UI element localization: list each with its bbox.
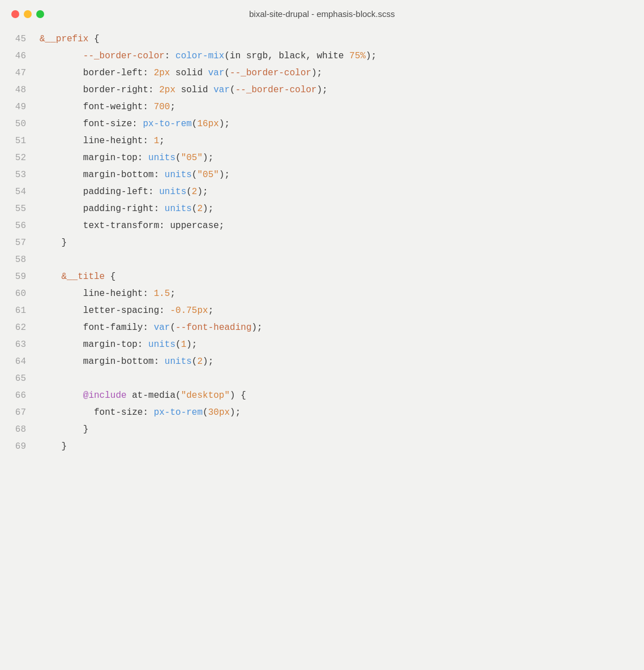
line-content: margin-top: units("05"); <box>40 153 213 163</box>
code-line: 58 <box>0 254 644 271</box>
close-button[interactable] <box>11 10 19 18</box>
line-number: 67 <box>0 407 40 418</box>
line-content: --_border-color: color-mix(in srgb, blac… <box>40 51 376 61</box>
code-line: 57 } <box>0 237 644 254</box>
line-content: letter-spacing: -0.75px; <box>40 306 213 316</box>
line-number: 68 <box>0 424 40 435</box>
line-content: padding-left: units(2); <box>40 187 208 197</box>
line-number: 56 <box>0 221 40 231</box>
code-line: 55 padding-right: units(2); <box>0 203 644 220</box>
line-content: } <box>40 441 67 452</box>
line-content: text-transform: uppercase; <box>40 221 224 231</box>
code-line: 54 padding-left: units(2); <box>0 186 644 203</box>
maximize-button[interactable] <box>36 10 44 18</box>
line-number: 69 <box>0 441 40 452</box>
code-line: 67 font-size: px-to-rem(30px); <box>0 407 644 424</box>
code-line: 45&__prefix { <box>0 33 644 50</box>
code-line: 60 line-height: 1.5; <box>0 288 644 305</box>
line-content: &__prefix { <box>40 34 100 44</box>
line-content: font-size: px-to-rem(30px); <box>40 407 241 418</box>
code-line: 51 line-height: 1; <box>0 135 644 152</box>
line-number: 50 <box>0 119 40 129</box>
code-line: 47 border-left: 2px solid var(--_border-… <box>0 67 644 84</box>
line-number: 58 <box>0 255 40 265</box>
line-number: 48 <box>0 85 40 95</box>
code-line: 48 border-right: 2px solid var(--_border… <box>0 84 644 101</box>
line-number: 57 <box>0 238 40 248</box>
code-line: 61 letter-spacing: -0.75px; <box>0 305 644 322</box>
code-editor: 45&__prefix {46 --_border-color: color-m… <box>0 28 644 463</box>
line-number: 51 <box>0 136 40 146</box>
line-content: margin-bottom: units(2); <box>40 357 213 367</box>
line-content: font-weight: 700; <box>40 102 175 112</box>
line-content: font-size: px-to-rem(16px); <box>40 119 230 129</box>
window: bixal-site-drupal - emphasis-block.scss … <box>0 0 644 463</box>
title-bar: bixal-site-drupal - emphasis-block.scss <box>0 0 644 28</box>
window-controls <box>11 10 44 18</box>
line-content: } <box>40 238 67 248</box>
code-line: 69 } <box>0 441 644 458</box>
line-content: @include at-media("desktop") { <box>40 390 246 401</box>
line-content: border-left: 2px solid var(--_border-col… <box>40 68 322 78</box>
code-line: 49 font-weight: 700; <box>0 101 644 118</box>
line-content: line-height: 1.5; <box>40 289 175 299</box>
line-number: 64 <box>0 357 40 367</box>
code-line: 53 margin-bottom: units("05"); <box>0 169 644 186</box>
code-line: 68 } <box>0 424 644 441</box>
line-number: 45 <box>0 34 40 44</box>
line-number: 63 <box>0 340 40 350</box>
minimize-button[interactable] <box>24 10 32 18</box>
line-number: 60 <box>0 289 40 299</box>
line-number: 47 <box>0 68 40 78</box>
line-number: 62 <box>0 323 40 333</box>
line-number: 53 <box>0 170 40 180</box>
line-content: margin-top: units(1); <box>40 340 197 350</box>
code-line: 50 font-size: px-to-rem(16px); <box>0 118 644 135</box>
line-content: font-family: var(--font-heading); <box>40 323 263 333</box>
line-content: border-right: 2px solid var(--_border-co… <box>40 85 328 95</box>
line-content: padding-right: units(2); <box>40 204 213 214</box>
code-line: 66 @include at-media("desktop") { <box>0 390 644 407</box>
code-line: 63 margin-top: units(1); <box>0 339 644 356</box>
line-number: 59 <box>0 272 40 282</box>
line-content: &__title { <box>40 272 115 282</box>
line-number: 49 <box>0 102 40 112</box>
line-content: margin-bottom: units("05"); <box>40 170 230 180</box>
line-content: line-height: 1; <box>40 136 165 146</box>
code-line: 46 --_border-color: color-mix(in srgb, b… <box>0 50 644 67</box>
code-line: 62 font-family: var(--font-heading); <box>0 322 644 339</box>
line-number: 55 <box>0 204 40 214</box>
line-number: 66 <box>0 390 40 401</box>
window-title: bixal-site-drupal - emphasis-block.scss <box>249 9 395 19</box>
line-number: 54 <box>0 187 40 197</box>
code-line: 52 margin-top: units("05"); <box>0 152 644 169</box>
code-line: 59 &__title { <box>0 271 644 288</box>
line-number: 65 <box>0 373 40 384</box>
code-line: 65 <box>0 373 644 390</box>
code-line: 64 margin-bottom: units(2); <box>0 356 644 373</box>
line-number: 61 <box>0 306 40 316</box>
line-content: } <box>40 424 88 435</box>
line-number: 46 <box>0 51 40 61</box>
line-number: 52 <box>0 153 40 163</box>
code-line: 56 text-transform: uppercase; <box>0 220 644 237</box>
